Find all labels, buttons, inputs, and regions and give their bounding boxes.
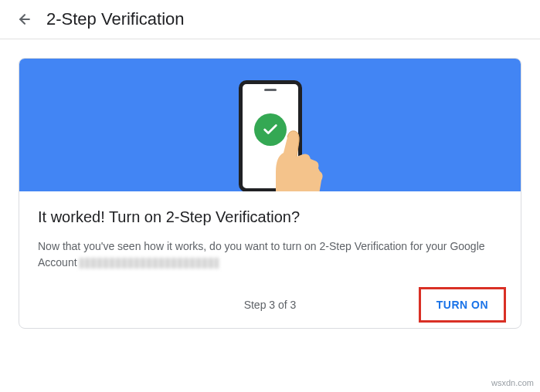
content-body: Now that you've seen how it works, do yo… xyxy=(38,238,502,271)
watermark: wsxdn.com xyxy=(491,378,534,387)
hero-banner xyxy=(19,59,521,191)
card-footer: Step 3 of 3 TURN ON xyxy=(19,286,521,328)
redacted-account xyxy=(80,258,219,269)
step-indicator: Step 3 of 3 xyxy=(244,299,297,311)
phone-notch xyxy=(264,89,277,91)
content-title: It worked! Turn on 2-Step Verification? xyxy=(38,208,502,226)
back-arrow-icon[interactable] xyxy=(15,10,34,29)
phone-illustration xyxy=(239,80,302,191)
verification-card: It worked! Turn on 2-Step Verification? … xyxy=(19,58,521,329)
checkmark-icon xyxy=(254,113,287,146)
card-content: It worked! Turn on 2-Step Verification? … xyxy=(19,191,521,286)
page-header: 2-Step Verification xyxy=(0,0,540,39)
turn-on-button[interactable]: TURN ON xyxy=(423,291,502,319)
page-title: 2-Step Verification xyxy=(46,9,185,29)
